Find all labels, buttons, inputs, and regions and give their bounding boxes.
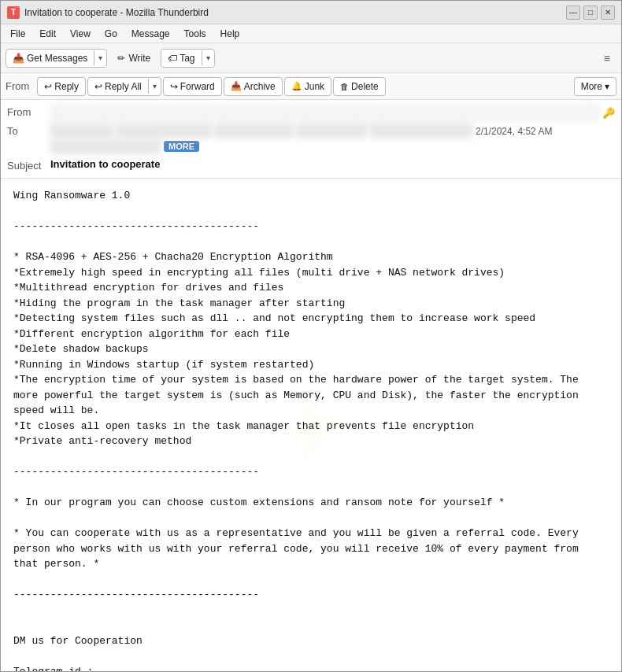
write-icon: ✏ xyxy=(117,53,125,64)
menu-go[interactable]: Go xyxy=(98,27,124,41)
forward-button[interactable]: ↪ Forward xyxy=(163,77,222,96)
email-date: 2/1/2024, 4:52 AM xyxy=(476,124,552,137)
hamburger-button[interactable]: ≡ xyxy=(598,49,616,68)
window-controls: — □ ✕ xyxy=(566,6,615,20)
subject-row: Subject Invitation to cooperate xyxy=(7,155,615,175)
get-messages-icon: 📥 xyxy=(13,53,24,64)
maximize-button[interactable]: □ xyxy=(583,6,598,20)
menu-view[interactable]: View xyxy=(64,27,97,41)
get-messages-split: 📥 Get Messages ▾ xyxy=(6,49,107,68)
more-button[interactable]: More ▾ xyxy=(574,77,616,96)
archive-label: Archive xyxy=(244,81,276,92)
forward-label: Forward xyxy=(180,81,215,92)
minimize-button[interactable]: — xyxy=(566,6,580,20)
to-chip-2 xyxy=(117,124,211,138)
subject-value: Invitation to cooperate xyxy=(50,158,160,170)
action-bar: From ↩ Reply ↩ Reply All ▾ ↪ Forward 📥 A… xyxy=(1,73,621,100)
to-chip-6 xyxy=(50,139,161,153)
to-second-row: MORE xyxy=(50,139,199,153)
tag-dropdown[interactable]: ▾ xyxy=(202,50,214,65)
reply-all-label: Reply All xyxy=(105,81,142,92)
to-field-label: To xyxy=(7,124,50,137)
menu-message[interactable]: Message xyxy=(125,27,176,41)
key-icon: 🔑 xyxy=(602,107,615,119)
junk-icon: 🔔 xyxy=(291,81,302,91)
menu-file[interactable]: File xyxy=(4,27,31,41)
junk-label: Junk xyxy=(305,81,324,92)
tag-button[interactable]: 🏷 Tag xyxy=(161,50,201,67)
to-chip-1 xyxy=(50,124,113,138)
forward-icon: ↪ xyxy=(170,81,178,92)
app-icon: T xyxy=(7,6,20,19)
email-body: ⚡ Wing Ransomware 1.0 ------------------… xyxy=(1,179,621,671)
from-label-action: From xyxy=(6,80,29,92)
junk-button[interactable]: 🔔 Junk xyxy=(284,77,331,96)
write-button[interactable]: ✏ Write xyxy=(110,49,157,68)
menu-bar: File Edit View Go Message Tools Help xyxy=(1,24,621,43)
get-messages-label: Get Messages xyxy=(27,53,87,64)
from-field-label: From xyxy=(7,105,50,118)
menu-help[interactable]: Help xyxy=(214,27,246,41)
to-chip-4 xyxy=(296,124,367,138)
to-value: 2/1/2024, 4:52 AM MORE xyxy=(50,124,615,153)
subject-field-label: Subject xyxy=(7,158,50,172)
reply-all-split: ↩ Reply All ▾ xyxy=(87,77,161,96)
to-chip-3 xyxy=(214,124,293,138)
reply-all-dropdown[interactable]: ▾ xyxy=(148,79,161,94)
window-title: Invitation to cooperate - Mozilla Thunde… xyxy=(24,7,566,18)
menu-tools[interactable]: Tools xyxy=(178,27,213,41)
get-messages-button[interactable]: 📥 Get Messages xyxy=(6,50,94,67)
main-window: T Invitation to cooperate - Mozilla Thun… xyxy=(0,0,622,672)
delete-label: Delete xyxy=(351,81,379,92)
reply-icon: ↩ xyxy=(44,81,52,92)
tag-label: Tag xyxy=(180,53,194,64)
archive-button[interactable]: 📥 Archive xyxy=(224,77,283,96)
write-label: Write xyxy=(128,53,150,64)
tag-split: 🏷 Tag ▾ xyxy=(161,49,214,68)
title-bar: T Invitation to cooperate - Mozilla Thun… xyxy=(1,1,621,24)
reply-all-icon: ↩ xyxy=(94,81,102,92)
reply-button[interactable]: ↩ Reply xyxy=(37,77,86,96)
reply-all-button[interactable]: ↩ Reply All xyxy=(88,78,148,95)
more-chevron-icon: ▾ xyxy=(605,81,609,92)
from-address xyxy=(50,105,599,120)
more-label: More xyxy=(581,81,602,92)
to-chip-5 xyxy=(370,124,472,138)
get-messages-dropdown[interactable]: ▾ xyxy=(94,50,106,65)
toolbar: 📥 Get Messages ▾ ✏ Write 🏷 Tag ▾ ≡ xyxy=(1,43,621,73)
reply-label: Reply xyxy=(54,81,79,92)
close-button[interactable]: ✕ xyxy=(601,6,615,20)
email-header: From 🔑 To 2/1/2024, 4:52 AM xyxy=(1,100,621,179)
menu-edit[interactable]: Edit xyxy=(33,27,62,41)
delete-button[interactable]: 🗑 Delete xyxy=(333,77,386,96)
more-recipients-chip[interactable]: MORE xyxy=(164,141,199,152)
from-row: From 🔑 xyxy=(7,103,615,122)
tag-icon: 🏷 xyxy=(168,53,177,64)
from-value: 🔑 xyxy=(50,105,615,120)
to-row: To 2/1/2024, 4:52 AM MORE xyxy=(7,122,615,155)
delete-icon: 🗑 xyxy=(340,82,349,91)
to-chips: 2/1/2024, 4:52 AM xyxy=(50,124,552,138)
archive-icon: 📥 xyxy=(231,81,242,91)
email-body-inner: Wing Ransomware 1.0 --------------------… xyxy=(13,188,609,671)
email-content: Wing Ransomware 1.0 --------------------… xyxy=(13,188,609,671)
